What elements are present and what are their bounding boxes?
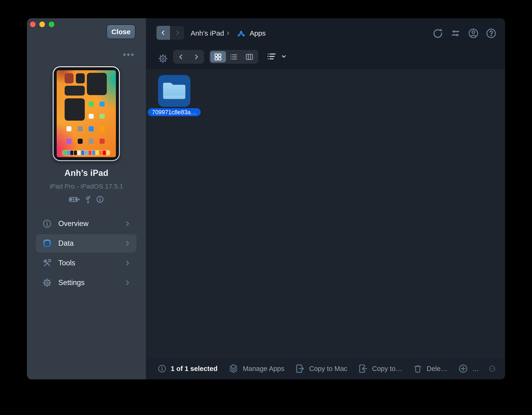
window-controls: [30, 21, 54, 27]
copy-to-device-button[interactable]: Copy to…: [358, 364, 402, 374]
device-export-icon: [295, 364, 305, 374]
ipad-preview: [53, 66, 120, 161]
ipad-app-icon: [100, 139, 105, 144]
ipad-app-icon: [89, 114, 94, 119]
chevron-right-icon: [124, 279, 131, 286]
back-button[interactable]: [156, 26, 171, 40]
sort-control[interactable]: [267, 52, 287, 61]
info-circle-icon: [42, 219, 52, 228]
ipad-widget: [87, 73, 107, 95]
trash-icon: [413, 364, 422, 373]
sidebar-item-settings[interactable]: Settings: [36, 274, 136, 292]
device-subtitle: iPad Pro - iPadOS 17.5.1: [27, 183, 146, 190]
folder-label: 709971c8e83a…: [148, 108, 201, 116]
sidebar-item-label: Tools: [58, 259, 75, 267]
sidebar-item-label: Settings: [58, 279, 85, 287]
sidebar: Close: [27, 18, 146, 379]
sort-list-icon: [267, 52, 276, 61]
sidebar-item-tools[interactable]: Tools: [36, 254, 136, 272]
stack-icon: [228, 364, 239, 374]
ipad-app-icon: [89, 126, 94, 131]
breadcrumb-chevron-icon: [225, 18, 231, 48]
app-window: Close: [27, 18, 505, 379]
app-square-icon: [42, 239, 52, 248]
zoom-window-icon[interactable]: [49, 21, 54, 27]
folder-selection-tile: [158, 75, 190, 107]
history-nav: [156, 25, 185, 40]
sidebar-item-overview[interactable]: Overview: [36, 214, 136, 233]
copy-to-mac-button[interactable]: Copy to Mac: [295, 364, 347, 374]
close-button[interactable]: Close: [106, 25, 135, 39]
view-list-button[interactable]: [226, 51, 242, 63]
sidebar-item-data[interactable]: Data: [36, 234, 136, 252]
usb-icon: [85, 195, 91, 203]
selection-info: 1 of 1 selected: [158, 364, 218, 373]
sidebar-item-label: Data: [58, 239, 74, 248]
content-area: 709971c8e83a…: [146, 69, 505, 358]
ipad-app-icon: [78, 126, 83, 131]
ipad-app-icon: [100, 126, 105, 131]
delete-button[interactable]: Dele…: [413, 364, 447, 373]
action-label: Manage Apps: [243, 365, 284, 373]
more-options-icon[interactable]: [123, 53, 134, 56]
breadcrumb-device[interactable]: Anh’s iPad: [190, 18, 224, 48]
add-button[interactable]: …: [458, 364, 479, 374]
chevron-down-icon: [281, 53, 287, 60]
ipad-app-icon: [78, 139, 83, 144]
ipad-app-icon: [89, 102, 94, 107]
breadcrumb-section[interactable]: Apps: [250, 18, 266, 48]
info-icon[interactable]: [96, 195, 104, 203]
view-grid-button[interactable]: [210, 51, 226, 63]
ipad-app-icon: [66, 139, 72, 144]
status-bar: 1 of 1 selected Manage Apps: [146, 358, 505, 379]
action-label: Copy to Mac: [309, 365, 347, 373]
view-settings-gear-icon[interactable]: [158, 54, 168, 63]
ipad-widget: [76, 73, 85, 83]
action-label: Dele…: [427, 365, 447, 373]
app-store-icon: [236, 18, 247, 48]
hammer-wrench-icon: [42, 258, 52, 268]
sidebar-menu: Overview Data: [36, 214, 136, 292]
ipad-dock: [62, 150, 111, 156]
main-header: Anh’s iPad Apps: [146, 18, 505, 69]
ipad-widget: [65, 73, 74, 83]
chevron-right-icon: [124, 240, 131, 247]
toolbar: [146, 48, 505, 69]
ipad-app-icon: [100, 102, 105, 107]
action-label: Copy to…: [372, 365, 402, 373]
account-icon[interactable]: [468, 28, 479, 39]
ipad-widget: [65, 86, 85, 96]
ipad-app-icon: [100, 114, 105, 119]
transfer-icon[interactable]: [450, 28, 461, 39]
help-icon[interactable]: [486, 28, 497, 39]
ipad-app-icon: [66, 126, 72, 131]
folder-item[interactable]: 709971c8e83a…: [147, 75, 201, 116]
content-back-button[interactable]: [173, 50, 189, 64]
sidebar-item-label: Overview: [58, 220, 88, 228]
content-history-nav: [173, 50, 204, 64]
gear-icon: [42, 278, 52, 287]
device-name: Anh’s iPad: [27, 168, 146, 178]
refresh-icon[interactable]: [432, 28, 443, 39]
more-actions-button[interactable]: [488, 365, 496, 372]
ellipsis-circle-icon: [488, 365, 496, 372]
folder-icon: [162, 81, 186, 101]
forward-button[interactable]: [171, 26, 184, 40]
ipad-app-icon: [89, 139, 94, 144]
ipad-screen: [57, 70, 116, 157]
device-import-icon: [358, 364, 368, 374]
content-forward-button[interactable]: [189, 50, 204, 64]
close-window-icon[interactable]: [30, 21, 36, 27]
chevron-right-icon: [124, 260, 131, 267]
plus-circle-icon: [458, 364, 468, 374]
minimize-window-icon[interactable]: [39, 21, 45, 27]
battery-charging-icon: [69, 196, 80, 203]
ipad-bezel: [54, 67, 119, 160]
view-columns-button[interactable]: [241, 51, 257, 63]
info-circle-icon: [158, 364, 166, 373]
view-mode-switcher: [209, 50, 258, 64]
action-label: …: [472, 365, 479, 373]
manage-apps-button[interactable]: Manage Apps: [228, 364, 284, 374]
main-panel: Anh’s iPad Apps: [146, 18, 505, 379]
header-actions: [432, 18, 497, 48]
